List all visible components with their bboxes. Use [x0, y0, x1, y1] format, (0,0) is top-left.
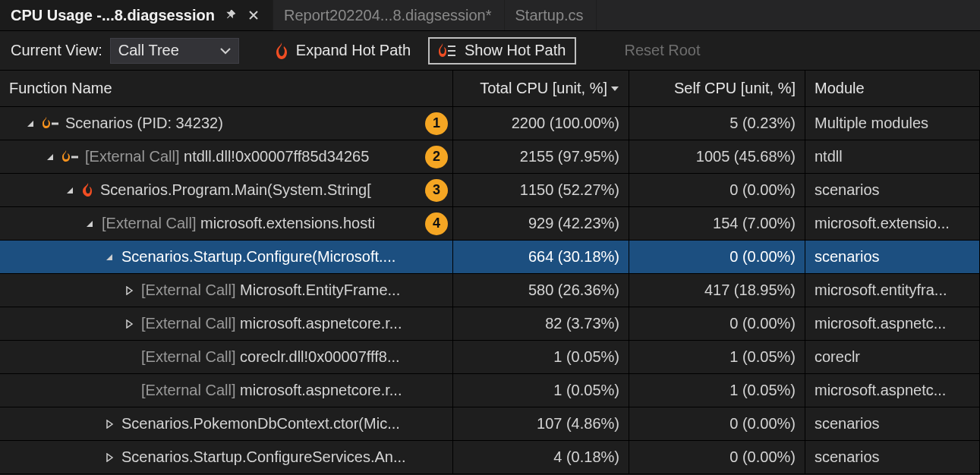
col-self-cpu[interactable]: Self CPU [unit, %]: [629, 71, 805, 107]
cell-module: microsoft.extensio...: [805, 207, 980, 241]
cell-function-name[interactable]: Scenarios.Startup.Configure(Microsoft...…: [0, 241, 453, 274]
cell-self-cpu: 417 (18.95%): [629, 274, 805, 307]
chevron-down-icon: [220, 47, 231, 55]
button-label: Reset Root: [624, 42, 700, 59]
cell-function-name[interactable]: [External Call] microsoft.aspnetcore.r..…: [0, 307, 453, 341]
current-view-label: Current View:: [11, 42, 102, 59]
button-label: Expand Hot Path: [296, 42, 411, 59]
annotation-callout: 4: [425, 212, 448, 235]
function-name-text: Scenarios (PID: 34232): [65, 115, 443, 132]
cell-module: scenarios: [805, 407, 980, 441]
toolbar: Current View: Call Tree Expand Hot Path …: [0, 30, 980, 70]
cell-function-name[interactable]: [External Call] Microsoft.EntityFrame...: [0, 274, 453, 307]
twisty-collapsed-icon[interactable]: [103, 418, 115, 430]
cell-module: microsoft.entityfra...: [805, 274, 980, 307]
cell-self-cpu: 5 (0.23%): [629, 107, 805, 140]
cell-function-name[interactable]: Scenarios.Startup.ConfigureServices.An..…: [0, 441, 453, 474]
cell-function-name[interactable]: [External Call] microsoft.extensions.hos…: [0, 207, 453, 241]
twisty-collapsed-icon[interactable]: [123, 285, 135, 297]
cell-self-cpu: 154 (7.00%): [629, 207, 805, 241]
function-name-text: [External Call] coreclr.dll!0x00007fff8.…: [141, 348, 443, 366]
cell-module: microsoft.aspnetc...: [805, 307, 980, 341]
pin-icon[interactable]: [224, 8, 238, 22]
cell-total-cpu: 2200 (100.00%): [453, 107, 629, 140]
cell-function-name[interactable]: Scenarios.PokemonDbContext.ctor(Mic...: [0, 407, 453, 441]
dropdown-value: Call Tree: [118, 42, 179, 59]
function-name-text: Scenarios.Startup.ConfigureServices.An..…: [121, 448, 443, 466]
close-icon[interactable]: [247, 8, 260, 22]
cell-module: Multiple modules: [805, 107, 980, 140]
cell-total-cpu: 82 (3.73%): [453, 307, 629, 341]
cell-function-name[interactable]: [External Call] coreclr.dll!0x00007fff8.…: [0, 341, 453, 374]
function-name-text: [External Call] microsoft.extensions.hos…: [102, 215, 443, 232]
tab-report[interactable]: Report202204...8.diagsession*: [273, 0, 505, 30]
cell-module: ntdll: [805, 140, 980, 174]
cell-self-cpu: 0 (0.00%): [629, 441, 805, 474]
function-name-text: [External Call] microsoft.aspnetcore.r..…: [141, 382, 443, 399]
flame-path-icon: [439, 43, 457, 58]
tab-bar: CPU Usage -...8.diagsession Report202204…: [0, 0, 980, 30]
cell-total-cpu: 929 (42.23%): [453, 207, 629, 241]
cell-self-cpu: 1 (0.05%): [629, 374, 805, 407]
cell-total-cpu: 1 (0.05%): [453, 374, 629, 407]
cell-total-cpu: 2155 (97.95%): [453, 140, 629, 174]
twisty-none: [123, 351, 135, 363]
col-module[interactable]: Module: [805, 71, 980, 107]
twisty-collapsed-icon[interactable]: [123, 318, 135, 330]
twisty-collapsed-icon[interactable]: [103, 451, 115, 464]
cell-self-cpu: 0 (0.00%): [629, 241, 805, 274]
tab-label: CPU Usage -...8.diagsession: [11, 7, 215, 24]
cell-self-cpu: 1 (0.05%): [629, 341, 805, 374]
sort-desc-icon: [610, 85, 619, 93]
function-name-text: [External Call] microsoft.aspnetcore.r..…: [141, 315, 443, 332]
cell-total-cpu: 4 (0.18%): [453, 441, 629, 474]
cell-total-cpu: 107 (4.86%): [453, 407, 629, 441]
cell-module: scenarios: [805, 174, 980, 207]
cell-module: scenarios: [805, 441, 980, 474]
cell-self-cpu: 1005 (45.68%): [629, 140, 805, 174]
twisty-expanded-icon[interactable]: [44, 151, 56, 163]
button-label: Show Hot Path: [465, 42, 566, 59]
cell-total-cpu: 1150 (52.27%): [453, 174, 629, 207]
cell-total-cpu: 580 (26.36%): [453, 274, 629, 307]
function-name-text: Scenarios.PokemonDbContext.ctor(Mic...: [121, 415, 443, 433]
twisty-expanded-icon[interactable]: [84, 218, 96, 230]
cell-function-name[interactable]: Scenarios (PID: 34232)1: [0, 107, 453, 140]
flame-path-icon: [43, 117, 59, 131]
flame-icon: [275, 42, 288, 59]
twisty-expanded-icon[interactable]: [103, 251, 115, 263]
cell-function-name[interactable]: Scenarios.Program.Main(System.String[3: [0, 174, 453, 207]
function-name-text: [External Call] Microsoft.EntityFrame...: [141, 282, 443, 299]
expand-hot-path-button[interactable]: Expand Hot Path: [265, 37, 421, 64]
show-hot-path-button[interactable]: Show Hot Path: [428, 37, 576, 64]
cell-function-name[interactable]: [External Call] microsoft.aspnetcore.r..…: [0, 374, 453, 407]
tab-startup-cs[interactable]: Startup.cs: [505, 0, 597, 30]
cell-module: microsoft.aspnetc...: [805, 374, 980, 407]
cell-module: coreclr: [805, 341, 980, 374]
function-name-text: Scenarios.Program.Main(System.String[: [100, 181, 443, 199]
twisty-expanded-icon[interactable]: [24, 118, 36, 130]
tab-label: Startup.cs: [515, 7, 584, 24]
cell-self-cpu: 0 (0.00%): [629, 307, 805, 341]
annotation-callout: 2: [425, 146, 448, 168]
col-function-name[interactable]: Function Name: [0, 71, 453, 107]
tab-cpu-usage[interactable]: CPU Usage -...8.diagsession: [0, 0, 273, 30]
cell-self-cpu: 0 (0.00%): [629, 407, 805, 441]
twisty-expanded-icon[interactable]: [64, 184, 76, 197]
annotation-callout: 3: [425, 179, 448, 202]
cell-total-cpu: 664 (30.18%): [453, 241, 629, 274]
flame-icon: [82, 183, 94, 198]
reset-root-button[interactable]: Reset Root: [614, 37, 710, 64]
cell-module: scenarios: [805, 241, 980, 274]
annotation-callout: 1: [425, 112, 448, 135]
tab-label: Report202204...8.diagsession*: [284, 7, 492, 24]
current-view-dropdown[interactable]: Call Tree: [110, 38, 239, 64]
flame-path-icon: [62, 150, 79, 164]
col-total-cpu[interactable]: Total CPU [unit, %]: [453, 71, 629, 107]
function-name-text: Scenarios.Startup.Configure(Microsoft...…: [121, 248, 443, 266]
function-name-text: [External Call] ntdll.dll!0x00007ff85d34…: [85, 148, 443, 165]
cell-function-name[interactable]: [External Call] ntdll.dll!0x00007ff85d34…: [0, 140, 453, 174]
call-tree-table: Function Name Total CPU [unit, %] Self C…: [0, 70, 980, 474]
twisty-none: [123, 385, 135, 397]
cell-self-cpu: 0 (0.00%): [629, 174, 805, 207]
